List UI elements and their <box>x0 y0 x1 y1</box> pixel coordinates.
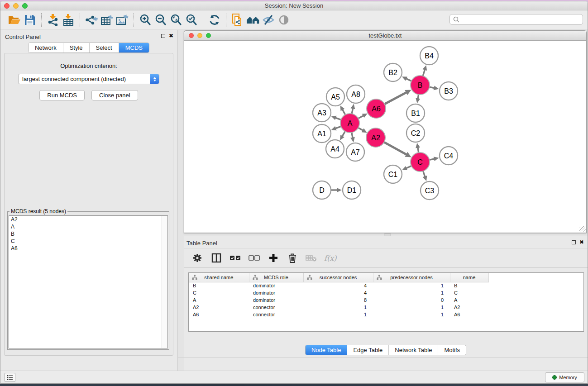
scrollbar-track[interactable] <box>162 216 167 348</box>
plus-icon <box>268 253 278 263</box>
graph-edge-C-C1[interactable] <box>406 166 411 169</box>
minimize-window-button[interactable] <box>13 3 19 9</box>
criterion-dropdown[interactable]: largest connected component (directed) <box>18 74 159 84</box>
network-close-button[interactable] <box>189 33 194 38</box>
tab-style[interactable]: Style <box>63 43 90 52</box>
column-header-successor-nodes[interactable]: successor nodes <box>303 273 373 282</box>
search-box[interactable] <box>449 14 583 25</box>
delete-column-button[interactable] <box>286 252 299 264</box>
open-session-button[interactable] <box>7 12 22 28</box>
split-panel-button[interactable] <box>210 252 223 264</box>
edge-arrowhead-icon <box>434 86 439 90</box>
export-table-button[interactable] <box>99 12 115 28</box>
edge-arrowhead-icon <box>331 126 337 130</box>
zoom-out-button[interactable] <box>153 12 168 28</box>
cell-shared-name: B <box>189 282 249 289</box>
hide-visibility-button[interactable] <box>261 12 276 28</box>
close-panel-icon[interactable]: ✖ <box>579 240 584 244</box>
graph-edge-A-A1[interactable] <box>335 126 341 129</box>
import-table-button[interactable] <box>61 12 76 28</box>
gear-icon <box>192 253 202 263</box>
float-panel-icon[interactable] <box>572 240 576 244</box>
save-session-button[interactable] <box>22 12 38 28</box>
column-header-predecessor-nodes[interactable]: predecessor nodes <box>373 273 450 282</box>
zoom-window-button[interactable] <box>22 3 28 9</box>
tab-mcds[interactable]: MCDS <box>119 43 149 52</box>
run-mcds-button[interactable]: Run MCDS <box>39 90 85 100</box>
refresh-layout-button[interactable] <box>207 12 222 28</box>
home-neighbors-button[interactable] <box>245 12 261 28</box>
graph-edge-A-A2[interactable] <box>358 128 363 131</box>
table-row[interactable]: A6connector11A6 <box>189 311 489 318</box>
mcds-result-item[interactable]: B <box>9 230 167 238</box>
graph-edge-A6-B[interactable] <box>385 92 407 104</box>
unselect-all-button[interactable] <box>248 252 261 264</box>
control-panel-title: Control Panel <box>5 33 41 40</box>
function-builder-button[interactable]: f(x) <box>324 254 336 262</box>
close-window-button[interactable] <box>4 3 10 9</box>
divider <box>178 357 588 358</box>
column-header-shared-name[interactable]: shared name <box>189 273 249 282</box>
mcds-result-item[interactable]: C <box>9 238 167 245</box>
tab-node-table[interactable]: Node Table <box>306 345 348 355</box>
cell-shared-name: C <box>189 289 249 296</box>
tab-select[interactable]: Select <box>90 43 119 52</box>
zoom-in-icon <box>139 14 152 26</box>
status-bar: Memory <box>0 371 588 383</box>
graph-edge-A2-C[interactable] <box>384 142 407 155</box>
column-header-label: predecessor nodes <box>390 275 433 280</box>
cell-shared-name: A6 <box>189 311 249 318</box>
mcds-result-fieldset: MCDS result (5 nodes) A2ABCA6 <box>7 208 169 350</box>
export-network-button[interactable] <box>84 12 99 28</box>
graph-edge-A-A3[interactable] <box>335 118 341 120</box>
graph-edge-C-C3[interactable] <box>423 171 425 177</box>
delete-table-button[interactable] <box>305 252 318 264</box>
close-panel-button[interactable]: Close panel <box>91 90 138 100</box>
float-panel-icon[interactable] <box>161 34 165 38</box>
graph-edge-A-A4[interactable] <box>342 131 345 137</box>
table-panel: Table Panel ✖ <box>184 236 588 371</box>
graph-edge-B-B2[interactable] <box>406 78 411 81</box>
cell-predecessor-nodes: 1 <box>373 311 450 318</box>
table-row[interactable]: A2connector11A2 <box>189 304 489 311</box>
table-row[interactable]: Bdominator41B <box>189 282 489 289</box>
table-settings-button[interactable] <box>191 252 204 264</box>
tab-network-table[interactable]: Network Table <box>389 345 438 355</box>
task-history-button[interactable] <box>5 373 15 382</box>
graph-edge-B-B4[interactable] <box>423 69 425 76</box>
network-canvas[interactable]: B4B2BB3A8A5A6A3B1AC2A1A2A4A7C4CC1DD1C3 <box>184 41 586 233</box>
select-all-button[interactable] <box>229 252 242 264</box>
column-header-MCDS-role[interactable]: MCDS role <box>249 273 303 282</box>
attribute-tree-icon <box>307 275 312 280</box>
memory-button[interactable]: Memory <box>545 372 584 382</box>
close-panel-icon[interactable]: ✖ <box>169 33 173 38</box>
edge-arrowhead-icon <box>423 176 427 181</box>
table-row[interactable]: Cdominator41C <box>189 289 489 296</box>
tab-motifs[interactable]: Motifs <box>438 345 466 355</box>
search-input[interactable] <box>460 15 583 24</box>
export-image-button[interactable] <box>115 12 130 28</box>
mcds-result-item[interactable]: A <box>9 223 167 230</box>
duplicate-network-button[interactable] <box>230 12 245 28</box>
zoom-in-button[interactable] <box>138 12 153 28</box>
zoom-fit-button[interactable] <box>168 12 184 28</box>
import-network-button[interactable] <box>45 12 61 28</box>
graph-edge-A-A5[interactable] <box>342 109 345 114</box>
column-header-name[interactable]: name <box>450 273 488 282</box>
add-column-button[interactable] <box>267 252 280 264</box>
network-minimize-button[interactable] <box>197 33 202 38</box>
resize-grip-icon[interactable] <box>579 226 586 232</box>
trash-icon <box>287 253 297 263</box>
zoom-selected-button[interactable] <box>184 12 199 28</box>
mcds-result-item[interactable]: A6 <box>9 245 167 252</box>
tab-network[interactable]: Network <box>29 43 63 52</box>
eye-button[interactable] <box>276 12 292 28</box>
table-row[interactable]: Adominator80A <box>189 296 489 304</box>
column-header-label: shared name <box>204 275 233 280</box>
graph-edge-A-A6[interactable] <box>358 115 363 119</box>
mcds-result-item[interactable]: A2 <box>9 216 167 223</box>
memory-label: Memory <box>559 375 577 380</box>
network-zoom-button[interactable] <box>206 33 211 38</box>
network-window-title: testGlobe.txt <box>184 31 586 41</box>
tab-edge-table[interactable]: Edge Table <box>347 345 389 355</box>
